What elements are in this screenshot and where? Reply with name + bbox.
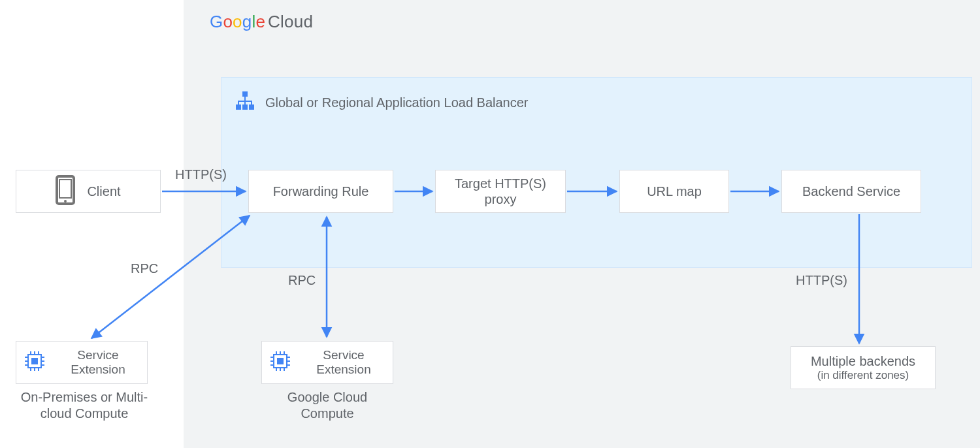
node-multiple-backends-label: Multiple backends bbox=[811, 353, 915, 369]
node-client: Client bbox=[16, 170, 161, 213]
svg-rect-8 bbox=[251, 101, 252, 104]
load-balancer-title: Global or Regional Application Load Bala… bbox=[265, 95, 529, 110]
node-multiple-backends-sub: (in different zones) bbox=[817, 369, 909, 382]
edge-label-rpc-onprem: RPC bbox=[131, 261, 158, 276]
sublabel-gcc: Google Cloud Compute bbox=[261, 389, 393, 422]
node-client-label: Client bbox=[87, 184, 120, 199]
node-service-extension-onprem: Service Extension bbox=[16, 341, 148, 384]
cpu-chip-icon bbox=[269, 349, 292, 376]
svg-rect-7 bbox=[244, 101, 246, 104]
node-target-proxy-label: Target HTTP(S) proxy bbox=[441, 176, 560, 207]
device-icon bbox=[56, 175, 75, 208]
edge-label-https-backend: HTTP(S) bbox=[796, 273, 847, 288]
logo-product: Cloud bbox=[268, 12, 313, 31]
node-url-map: URL map bbox=[619, 170, 729, 213]
svg-rect-6 bbox=[238, 101, 239, 104]
node-target-proxy: Target HTTP(S) proxy bbox=[435, 170, 566, 213]
node-url-map-label: URL map bbox=[647, 184, 702, 199]
svg-point-11 bbox=[64, 200, 67, 202]
edge-label-rpc-gcc: RPC bbox=[288, 273, 316, 288]
google-cloud-logo: GoogleCloud bbox=[210, 12, 313, 32]
node-forwarding-rule: Forwarding Rule bbox=[248, 170, 393, 213]
edge-label-https-client: HTTP(S) bbox=[175, 167, 227, 182]
node-service-extension-gcc-label: Service Extension bbox=[300, 348, 387, 377]
svg-rect-10 bbox=[59, 180, 71, 198]
sublabel-onprem: On-Premises or Multi-cloud Compute bbox=[16, 389, 153, 422]
node-service-extension-gcc: Service Extension bbox=[261, 341, 393, 384]
svg-rect-1 bbox=[236, 104, 241, 110]
node-backend-service: Backend Service bbox=[781, 170, 921, 213]
svg-rect-3 bbox=[249, 104, 254, 110]
svg-rect-27 bbox=[277, 358, 284, 364]
node-multiple-backends: Multiple backends (in different zones) bbox=[791, 346, 936, 389]
svg-rect-0 bbox=[242, 91, 248, 97]
node-backend-service-label: Backend Service bbox=[802, 184, 900, 199]
cpu-chip-icon bbox=[23, 349, 46, 376]
diagram-canvas: GoogleCloud Global or Regional Applicati… bbox=[0, 0, 980, 448]
load-balancer-icon bbox=[234, 90, 256, 115]
node-service-extension-onprem-label: Service Extension bbox=[54, 348, 142, 377]
svg-rect-2 bbox=[242, 104, 248, 110]
node-forwarding-rule-label: Forwarding Rule bbox=[273, 184, 369, 199]
svg-rect-13 bbox=[31, 358, 38, 364]
load-balancer-header: Global or Regional Application Load Bala… bbox=[234, 90, 529, 115]
